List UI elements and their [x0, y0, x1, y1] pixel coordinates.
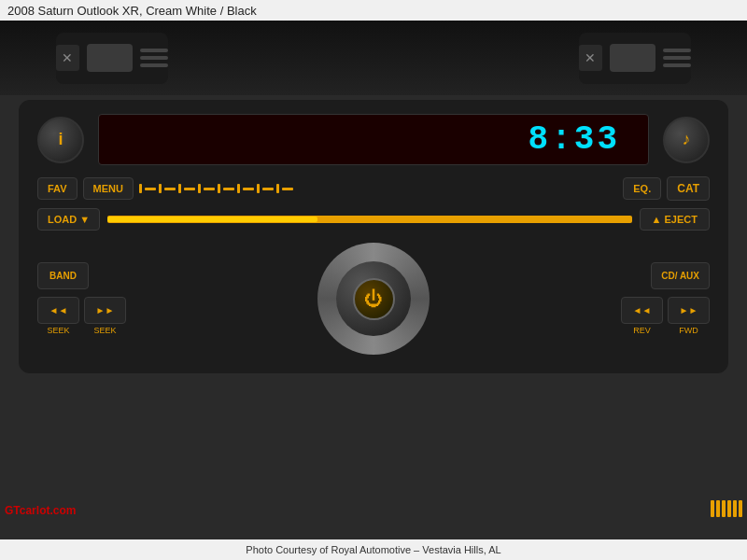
eq-separator	[139, 184, 617, 193]
cd-aux-button[interactable]: CD/ AUX	[651, 262, 710, 289]
display-time: 8:33	[529, 120, 620, 159]
fwd-label: FWD	[679, 326, 698, 335]
load-strip-inner	[107, 217, 317, 222]
sep-7	[198, 184, 201, 193]
visor-line-6	[663, 63, 691, 67]
visor-line-4	[663, 49, 691, 52]
main-controls: BAND ◄◄ SEEK ►► SEEK ⏻	[37, 238, 710, 359]
load-strip	[107, 216, 631, 223]
music-button[interactable]: ♪	[663, 117, 710, 163]
right-btn-row-1: CD/ AUX	[434, 262, 710, 289]
right-btn-row-2: ◄◄ REV ►► FWD	[434, 297, 710, 335]
left-visor-button: ✕	[56, 33, 168, 84]
seek-back-button[interactable]: ◄◄	[37, 297, 79, 324]
seek-back-label: SEEK	[47, 326, 69, 335]
fwd-button[interactable]: ►►	[668, 297, 710, 324]
top-bar: 2008 Saturn Outlook XR, Cream White / Bl…	[0, 0, 747, 21]
left-controls: BAND ◄◄ SEEK ►► SEEK	[37, 262, 313, 335]
photo-container: ✕ ✕ i 8:33 ♪	[0, 21, 747, 539]
button-row-1: FAV MENU EQ. CAT	[37, 176, 710, 201]
left-btn-row-2: ◄◄ SEEK ►► SEEK	[37, 297, 313, 335]
display-screen: 8:33	[98, 114, 649, 165]
caption-text: Photo Courtesy of Royal Automotive – Ves…	[246, 544, 500, 555]
head-unit: i 8:33 ♪ FAV MENU	[19, 100, 728, 373]
left-visor-lines	[140, 49, 168, 67]
rev-group: ◄◄ REV	[621, 297, 663, 335]
wm-line-2	[716, 500, 720, 517]
separator: /	[220, 4, 224, 18]
wm-line-5	[733, 500, 737, 517]
sep-6	[184, 188, 195, 190]
sep-10	[223, 188, 234, 190]
color1-label: Cream White	[146, 4, 217, 18]
wm-line-1	[711, 500, 714, 517]
sep-8	[204, 188, 215, 190]
load-row: LOAD ▼ ▲ EJECT	[37, 208, 710, 231]
sep-2	[145, 188, 156, 190]
rev-label: REV	[633, 326, 651, 335]
band-button[interactable]: BAND	[37, 262, 89, 289]
fav-button[interactable]: FAV	[37, 177, 78, 200]
sep-16	[282, 188, 293, 190]
sep-9	[218, 184, 220, 193]
right-visor-lines	[663, 49, 691, 67]
menu-button[interactable]: MENU	[83, 177, 134, 200]
cat-button[interactable]: CAT	[667, 176, 710, 201]
main-knob-container: ⏻	[313, 238, 434, 359]
sep-5	[178, 184, 181, 193]
sep-12	[243, 188, 254, 190]
watermark-lines	[711, 500, 742, 517]
gt-logo: GTcarlot.com	[5, 504, 76, 517]
sep-13	[257, 184, 260, 193]
wm-line-3	[722, 500, 726, 517]
bottom-caption: Photo Courtesy of Royal Automotive – Ves…	[0, 539, 747, 560]
sep-11	[237, 184, 240, 193]
sep-15	[276, 184, 279, 193]
wm-line-6	[739, 500, 742, 517]
left-visor-icon: ✕	[56, 45, 79, 71]
rev-button[interactable]: ◄◄	[621, 297, 663, 324]
volume-knob-outer[interactable]: ⏻	[317, 243, 430, 355]
volume-knob-inner[interactable]: ⏻	[336, 261, 411, 336]
visor-line-1	[140, 49, 168, 52]
power-button[interactable]: ⏻	[353, 278, 395, 320]
right-controls: CD/ AUX ◄◄ REV ►► FWD	[434, 262, 710, 335]
seek-fwd-button[interactable]: ►►	[84, 297, 126, 324]
eq-button[interactable]: EQ.	[623, 177, 661, 200]
visor-line-3	[140, 63, 168, 67]
wm-line-4	[727, 500, 731, 517]
load-button[interactable]: LOAD ▼	[37, 208, 100, 231]
visor-line-5	[663, 56, 691, 60]
sep-4	[164, 188, 176, 190]
left-visor-handle	[87, 44, 133, 72]
sep-1	[139, 184, 142, 193]
color2-label: Black	[227, 4, 257, 18]
fwd-group: ►► FWD	[668, 297, 710, 335]
right-visor-handle	[610, 44, 655, 72]
seek-fwd-label: SEEK	[93, 326, 116, 335]
sep-14	[262, 188, 274, 190]
car-title: 2008 Saturn Outlook XR,	[7, 4, 143, 18]
top-row: i 8:33 ♪	[37, 114, 710, 165]
right-visor-button: ✕	[579, 33, 691, 84]
visor-area: ✕ ✕	[0, 21, 747, 95]
left-btn-row-1: BAND	[37, 262, 313, 289]
seek-back-group: ◄◄ SEEK	[37, 297, 79, 335]
eject-button[interactable]: ▲ EJECT	[640, 208, 710, 231]
seek-fwd-group: ►► SEEK	[84, 297, 126, 335]
info-button[interactable]: i	[37, 117, 84, 163]
visor-line-2	[140, 56, 168, 60]
right-visor-icon: ✕	[579, 45, 602, 71]
sep-3	[159, 184, 162, 193]
